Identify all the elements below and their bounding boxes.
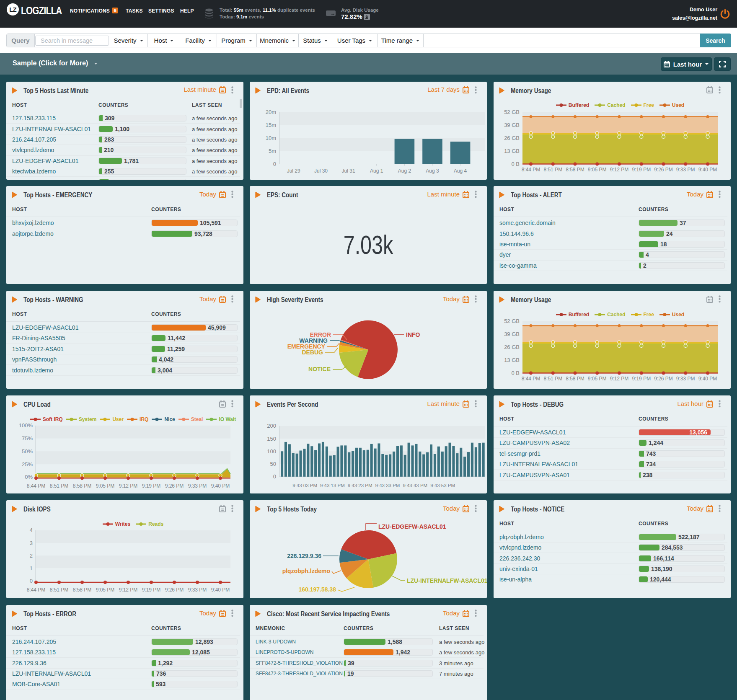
svg-text:9:26 PM: 9:26 PM xyxy=(165,587,184,593)
svg-text:9:33 PM: 9:33 PM xyxy=(188,587,207,593)
svg-text:LZU-INTERNALFW-ASACL01: LZU-INTERNALFW-ASACL01 xyxy=(407,577,487,584)
svg-text:8:51 PM: 8:51 PM xyxy=(50,587,69,593)
svg-text:9:05 PM: 9:05 PM xyxy=(96,483,115,489)
svg-text:3: 3 xyxy=(30,540,33,546)
svg-text:Aug 4: Aug 4 xyxy=(454,168,467,173)
svg-text:9:43:53 PM: 9:43:53 PM xyxy=(430,483,455,488)
svg-text:9:19 PM: 9:19 PM xyxy=(142,587,161,593)
svg-text:15m: 15m xyxy=(266,122,276,128)
svg-text:9:05 PM: 9:05 PM xyxy=(96,587,115,593)
svg-text:9:40 PM: 9:40 PM xyxy=(211,587,230,593)
svg-text:100: 100 xyxy=(267,448,276,455)
svg-text:9:33 PM: 9:33 PM xyxy=(676,376,695,382)
svg-text:226.129.9.36: 226.129.9.36 xyxy=(287,553,321,559)
svg-text:0%: 0% xyxy=(25,474,33,480)
svg-text:Aug 3: Aug 3 xyxy=(426,168,439,173)
svg-text:9:43:43 PM: 9:43:43 PM xyxy=(403,483,427,488)
svg-text:1: 1 xyxy=(30,565,33,571)
svg-text:9:43:13 PM: 9:43:13 PM xyxy=(320,483,345,488)
svg-text:NOTICE: NOTICE xyxy=(308,366,331,372)
svg-text:9:12 PM: 9:12 PM xyxy=(119,483,138,489)
svg-text:9:05 PM: 9:05 PM xyxy=(588,376,607,382)
svg-text:INFO: INFO xyxy=(406,331,420,338)
svg-text:8:58 PM: 8:58 PM xyxy=(73,483,92,489)
svg-text:5m: 5m xyxy=(269,148,276,154)
svg-text:9:05 PM: 9:05 PM xyxy=(588,166,607,172)
svg-text:plqzobph.lzdemo: plqzobph.lzdemo xyxy=(282,568,330,574)
svg-text:Aug 2: Aug 2 xyxy=(398,168,411,173)
svg-text:9:40 PM: 9:40 PM xyxy=(698,376,717,382)
svg-text:Aug 1: Aug 1 xyxy=(370,168,383,173)
svg-text:50: 50 xyxy=(270,461,276,467)
svg-text:8:44 PM: 8:44 PM xyxy=(27,587,46,593)
svg-text:0 B: 0 B xyxy=(511,370,520,376)
svg-text:0: 0 xyxy=(30,578,33,584)
svg-text:0: 0 xyxy=(273,473,276,480)
svg-text:DEBUG: DEBUG xyxy=(302,349,323,356)
svg-text:20m: 20m xyxy=(266,109,276,115)
svg-text:2: 2 xyxy=(30,553,33,559)
svg-text:8:58 PM: 8:58 PM xyxy=(73,587,92,593)
svg-text:8:44 PM: 8:44 PM xyxy=(522,166,540,172)
svg-text:0: 0 xyxy=(273,161,276,167)
svg-text:9:26 PM: 9:26 PM xyxy=(165,483,184,489)
svg-text:10m: 10m xyxy=(266,135,276,141)
svg-text:39 GB: 39 GB xyxy=(504,331,520,337)
svg-text:26 GB: 26 GB xyxy=(504,344,520,350)
svg-text:9:19 PM: 9:19 PM xyxy=(632,166,651,172)
svg-text:9:40 PM: 9:40 PM xyxy=(211,483,230,489)
svg-text:52 GB: 52 GB xyxy=(504,109,520,115)
svg-text:9:33 PM: 9:33 PM xyxy=(188,483,207,489)
svg-text:8:51 PM: 8:51 PM xyxy=(50,483,69,489)
svg-text:9:19 PM: 9:19 PM xyxy=(142,483,161,489)
svg-text:9:43:03 PM: 9:43:03 PM xyxy=(292,483,317,488)
svg-text:13 GB: 13 GB xyxy=(504,148,520,154)
svg-text:Jul 29: Jul 29 xyxy=(287,168,300,173)
svg-text:25%: 25% xyxy=(22,461,33,468)
svg-text:75%: 75% xyxy=(22,435,33,442)
svg-text:8:58 PM: 8:58 PM xyxy=(566,376,584,382)
svg-text:9:12 PM: 9:12 PM xyxy=(119,587,138,593)
svg-text:9:12 PM: 9:12 PM xyxy=(610,376,629,382)
svg-text:200: 200 xyxy=(267,423,276,429)
svg-text:9:26 PM: 9:26 PM xyxy=(654,166,673,172)
svg-text:4: 4 xyxy=(30,527,33,533)
svg-text:9:26 PM: 9:26 PM xyxy=(654,376,673,382)
svg-text:0 B: 0 B xyxy=(511,161,520,167)
svg-text:160.197.58.38: 160.197.58.38 xyxy=(298,586,336,593)
svg-text:9:43:33 PM: 9:43:33 PM xyxy=(375,483,400,488)
svg-text:26 GB: 26 GB xyxy=(504,135,520,141)
svg-text:LZU-EDGEFW-ASACL01: LZU-EDGEFW-ASACL01 xyxy=(378,523,446,530)
svg-text:150: 150 xyxy=(267,436,276,442)
svg-text:8:51 PM: 8:51 PM xyxy=(543,376,562,382)
svg-text:Jul 30: Jul 30 xyxy=(314,168,328,173)
svg-text:8:44 PM: 8:44 PM xyxy=(27,483,46,489)
svg-text:39 GB: 39 GB xyxy=(504,122,520,128)
svg-text:9:33 PM: 9:33 PM xyxy=(676,166,695,172)
svg-text:8:58 PM: 8:58 PM xyxy=(566,166,584,172)
svg-text:50%: 50% xyxy=(22,448,33,455)
svg-text:8:51 PM: 8:51 PM xyxy=(543,166,562,172)
svg-text:9:19 PM: 9:19 PM xyxy=(632,376,651,382)
svg-text:52 GB: 52 GB xyxy=(504,318,520,324)
svg-text:9:43:23 PM: 9:43:23 PM xyxy=(348,483,372,488)
svg-text:9:12 PM: 9:12 PM xyxy=(610,166,629,172)
svg-text:100%: 100% xyxy=(19,422,33,429)
svg-text:9:40 PM: 9:40 PM xyxy=(698,166,717,172)
svg-text:8:44 PM: 8:44 PM xyxy=(522,376,540,382)
svg-text:13 GB: 13 GB xyxy=(504,357,520,363)
svg-text:Jul 31: Jul 31 xyxy=(342,168,355,173)
